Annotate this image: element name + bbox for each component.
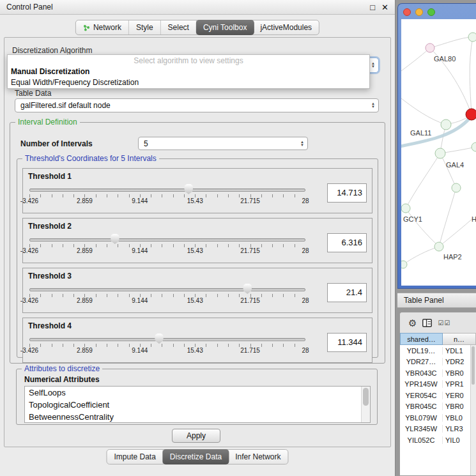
float-window-icon[interactable]: □ <box>370 3 375 12</box>
table-row[interactable]: YER054CYER0 <box>400 390 471 401</box>
list-item[interactable]: SelfLoops <box>25 387 370 399</box>
cell[interactable]: YBR045C <box>400 403 443 410</box>
tab-select[interactable]: Select <box>161 20 197 35</box>
table-scrollbar[interactable] <box>470 345 476 475</box>
threshold-1-slider[interactable]: -3.426 2.859 9.144 15.43 21.715 28 <box>29 183 305 206</box>
table-body: YDL19…YDL1 YDR27…YDR2 YBR043CYBR0 YPR145… <box>400 345 471 475</box>
network-node[interactable] <box>434 242 443 251</box>
column-header-shared-name[interactable]: shared… <box>400 333 443 345</box>
table-row[interactable]: YBR043CYBR0 <box>400 367 471 379</box>
table-row[interactable]: YLR345WYLR3 <box>400 424 471 435</box>
scale-label: 9.144 <box>132 197 148 204</box>
network-node[interactable] <box>426 43 434 52</box>
tab-impute-data[interactable]: Impute Data <box>107 450 163 464</box>
number-of-intervals-row: Number of Intervals 5 ▲ ▼ <box>20 137 374 150</box>
table-row[interactable]: YDR27…YDR2 <box>400 357 471 368</box>
slider-thumb[interactable] <box>243 284 252 294</box>
select-columns-icon[interactable]: ☑☑ <box>438 319 450 326</box>
tab-label: jActiveModules <box>260 23 312 32</box>
network-node[interactable] <box>435 148 445 158</box>
scale-label: 21.715 <box>240 297 260 304</box>
column-header-name[interactable]: n… <box>443 333 476 345</box>
cell[interactable]: YBL079W <box>400 414 443 422</box>
scale-label: 9.144 <box>132 297 148 304</box>
cell[interactable]: YDR27… <box>400 358 443 365</box>
cell[interactable]: YDL1 <box>443 347 471 355</box>
tab-style[interactable]: Style <box>129 20 161 35</box>
thresholds-group: Threshold's Coordinates for 5 Intervals … <box>17 158 378 358</box>
slider-scale: -3.426 2.859 9.144 15.43 21.715 28 <box>29 347 305 355</box>
cell[interactable]: YIL0 <box>443 436 471 444</box>
scale-label: 21.715 <box>240 197 260 204</box>
table-row[interactable]: YBR045CYBR0 <box>400 401 471 413</box>
slider-thumb[interactable] <box>111 234 119 244</box>
cell[interactable]: YLR3 <box>443 425 471 433</box>
slider-track[interactable] <box>29 288 305 291</box>
threshold-3-slider[interactable]: -3.426 2.859 9.144 15.43 21.715 28 <box>29 282 305 305</box>
cell[interactable]: YER054C <box>400 392 443 399</box>
threshold-1-value-field[interactable]: 14.713 <box>327 183 367 203</box>
tab-jactivemodules[interactable]: jActiveModules <box>253 20 319 35</box>
cell[interactable]: YDL19… <box>400 347 443 355</box>
cell[interactable]: YBR0 <box>443 369 471 377</box>
slider-track[interactable] <box>29 338 305 341</box>
network-node[interactable] <box>472 142 476 151</box>
cell[interactable]: YBR043C <box>400 369 443 377</box>
network-node[interactable] <box>401 204 410 213</box>
numerical-attributes-list[interactable]: SelfLoops TopologicalCoefficient Between… <box>24 386 371 423</box>
spinner-icon[interactable]: ▲ ▼ <box>368 102 378 109</box>
network-node[interactable] <box>401 261 407 268</box>
network-node[interactable] <box>468 33 476 42</box>
list-item[interactable]: BetweennessCentrality <box>25 411 370 423</box>
table-row[interactable]: YPR145WYPR1 <box>400 379 471 390</box>
slider-track[interactable] <box>29 188 305 192</box>
tab-discretize-data[interactable]: Discretize Data <box>163 449 229 464</box>
node-label: GCY1 <box>403 215 422 223</box>
cell[interactable]: YLR345W <box>400 425 443 433</box>
list-scrollbar[interactable] <box>361 387 370 422</box>
threshold-2-slider[interactable]: -3.426 2.859 9.144 15.43 21.715 28 <box>29 233 305 256</box>
columns-icon[interactable] <box>422 319 432 327</box>
network-node[interactable] <box>441 119 451 130</box>
cell[interactable]: YBR0 <box>443 403 471 410</box>
scale-label: 15.43 <box>187 197 203 204</box>
close-traffic-icon[interactable] <box>403 8 411 16</box>
threshold-2-value-field[interactable]: 6.316 <box>327 233 367 252</box>
slider-thumb[interactable] <box>155 334 164 344</box>
tab-cyni-toolbox[interactable]: Cyni Toolbox <box>196 20 254 35</box>
scrollbar-thumb[interactable] <box>363 388 369 406</box>
cell[interactable]: YPR1 <box>443 380 471 388</box>
scrollbar-thumb[interactable] <box>472 346 475 385</box>
tab-infer-network[interactable]: Infer Network <box>228 450 288 464</box>
threshold-3-value-field[interactable]: 21.4 <box>327 283 367 302</box>
number-of-intervals-combobox[interactable]: 5 ▲ ▼ <box>138 137 308 150</box>
popup-option-equal-width-frequency[interactable]: Equal Width/Frequency Discretization <box>8 77 369 88</box>
threshold-4-value-field[interactable]: 11.344 <box>327 333 367 352</box>
slider-scale: -3.426 2.859 9.144 15.43 21.715 28 <box>29 197 305 205</box>
table-data-combobox[interactable]: galFiltered.sif default node ▲ ▼ <box>15 98 379 112</box>
cell[interactable]: YPR145W <box>400 380 443 388</box>
gear-icon[interactable]: ⚙ <box>408 318 417 328</box>
zoom-traffic-icon[interactable] <box>427 8 435 16</box>
cell[interactable]: YBL0 <box>443 414 471 422</box>
network-node[interactable] <box>452 183 461 192</box>
table-row[interactable]: YIL052CYIL0 <box>400 434 471 446</box>
cell[interactable]: YIL052C <box>400 436 443 444</box>
slider-thumb[interactable] <box>184 184 193 194</box>
close-icon[interactable]: ✕ <box>381 3 388 12</box>
table-row[interactable]: YBL079WYBL0 <box>400 412 471 424</box>
spinner-icon[interactable]: ▲ ▼ <box>297 141 307 147</box>
cell[interactable]: YER0 <box>443 392 471 399</box>
minimize-traffic-icon[interactable] <box>415 8 423 16</box>
slider-track[interactable] <box>29 238 305 242</box>
selected-network-node[interactable] <box>466 109 476 120</box>
cell[interactable]: YDR2 <box>443 358 471 365</box>
popup-option-manual-discretization[interactable]: Manual Discretization <box>8 66 369 77</box>
list-item[interactable]: TopologicalCoefficient <box>25 399 370 411</box>
apply-button[interactable]: Apply <box>172 429 220 443</box>
table-row[interactable]: YDL19…YDL1 <box>400 345 471 357</box>
tab-network[interactable]: Network <box>76 20 129 35</box>
network-canvas[interactable]: GAL80 GAL11 GAL4 GCY1 HAP2 H <box>401 19 476 286</box>
threshold-4-slider[interactable]: -3.426 2.859 9.144 15.43 21.715 28 <box>29 332 305 355</box>
scale-label: 15.43 <box>187 347 203 354</box>
